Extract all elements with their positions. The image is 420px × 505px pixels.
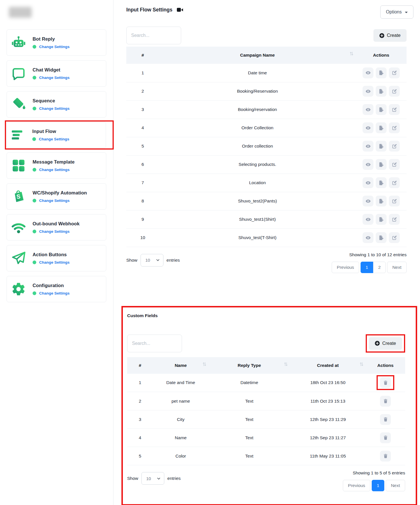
entries-label: entries <box>167 258 180 263</box>
row-number: 8 <box>126 192 159 210</box>
delete-button[interactable] <box>380 377 391 388</box>
status-dot <box>32 137 36 141</box>
view-button[interactable] <box>363 159 373 170</box>
row-actions <box>356 210 407 228</box>
export-button[interactable] <box>376 177 387 188</box>
col-header-created-at[interactable]: Created at <box>290 357 366 374</box>
create-label: Create <box>382 341 396 346</box>
view-button[interactable] <box>363 177 373 188</box>
page-size-select[interactable]: 10 <box>141 472 164 485</box>
edit-button[interactable] <box>389 159 400 170</box>
custom-fields-create-button[interactable]: Create <box>369 337 402 350</box>
view-button[interactable] <box>363 67 373 78</box>
change-settings-link[interactable]: Change Settings <box>39 229 70 234</box>
export-button[interactable] <box>376 104 387 115</box>
create-highlight-box: Create <box>366 334 405 353</box>
sort-icon[interactable] <box>350 51 353 57</box>
export-button[interactable] <box>376 141 387 152</box>
row-actions <box>356 119 407 137</box>
created-at-cell: 18th Oct 23 16:50 <box>290 374 366 392</box>
page-1-button[interactable]: 1 <box>361 262 373 273</box>
previous-page-button[interactable]: Previous <box>332 262 359 273</box>
view-button[interactable] <box>363 104 373 115</box>
sidebar-item-input-flow[interactable]: Input Flow Change Settings <box>6 122 106 148</box>
change-settings-link[interactable]: Change Settings <box>39 106 70 111</box>
export-button[interactable] <box>376 67 387 78</box>
edit-icon <box>392 180 397 186</box>
row-actions <box>366 392 405 410</box>
status-dot <box>33 261 36 264</box>
table-row: 9Shuvo_test1(Shirt) <box>126 210 407 228</box>
sidebar-item-message-template[interactable]: Message Template Change Settings <box>7 152 106 179</box>
edit-button[interactable] <box>389 67 400 78</box>
file-export-icon <box>379 162 384 167</box>
page-1-button[interactable]: 1 <box>372 480 384 491</box>
create-button[interactable]: Create <box>373 29 407 42</box>
options-button[interactable]: Options <box>380 5 413 19</box>
sidebar-item-configuration[interactable]: Configuration Change Settings <box>7 276 106 302</box>
search-input[interactable] <box>126 27 181 44</box>
delete-button[interactable] <box>380 396 391 407</box>
col-header-reply-type[interactable]: Reply Type <box>209 357 290 374</box>
next-page-button[interactable]: Next <box>386 480 405 491</box>
view-button[interactable] <box>363 141 373 152</box>
sidebar-item-bot-reply[interactable]: Bot Reply Change Settings <box>7 29 106 56</box>
eye-icon <box>365 125 371 131</box>
change-settings-link[interactable]: Change Settings <box>39 291 70 295</box>
change-settings-link[interactable]: Change Settings <box>39 45 70 49</box>
edit-button[interactable] <box>389 86 400 97</box>
edit-button[interactable] <box>389 177 400 188</box>
delete-button[interactable] <box>380 432 391 443</box>
col-header-num[interactable]: # <box>126 47 159 64</box>
custom-fields-search-input[interactable] <box>127 335 182 352</box>
view-button[interactable] <box>363 196 373 206</box>
sidebar-item-label: WC/Shopify Automation <box>33 190 87 196</box>
edit-button[interactable] <box>389 196 400 206</box>
view-button[interactable] <box>363 232 373 243</box>
delete-button[interactable] <box>380 414 391 425</box>
change-settings-link[interactable]: Change Settings <box>39 198 70 203</box>
sort-icon[interactable] <box>360 362 363 367</box>
edit-button[interactable] <box>389 214 400 225</box>
row-number: 10 <box>126 228 159 247</box>
video-camera-icon[interactable] <box>177 7 184 13</box>
page-size-select[interactable]: 10 <box>141 254 163 267</box>
view-button[interactable] <box>363 86 373 97</box>
export-button[interactable] <box>376 214 387 225</box>
view-button[interactable] <box>363 214 373 225</box>
page-title: Input Flow Settings <box>126 7 172 13</box>
change-settings-link[interactable]: Change Settings <box>39 260 70 265</box>
export-button[interactable] <box>376 86 387 97</box>
delete-button[interactable] <box>380 451 391 462</box>
edit-button[interactable] <box>389 232 400 243</box>
sidebar-item-wc-shopify[interactable]: S WC/Shopify Automation Change Settings <box>7 183 106 210</box>
change-settings-link[interactable]: Change Settings <box>39 137 69 141</box>
row-actions <box>366 410 405 429</box>
sort-icon[interactable] <box>284 362 288 367</box>
page-2-button[interactable]: 2 <box>373 262 386 273</box>
export-button[interactable] <box>376 122 387 133</box>
sidebar-item-outbound-webhook[interactable]: Out-bound Webhook Change Settings <box>7 214 106 240</box>
robot-icon <box>11 35 26 50</box>
previous-page-button[interactable]: Previous <box>343 480 370 491</box>
export-button[interactable] <box>376 159 387 170</box>
edit-icon <box>392 198 397 204</box>
sidebar-item-action-buttons[interactable]: Action Buttons Change Settings <box>7 245 106 271</box>
edit-button[interactable] <box>389 122 400 133</box>
export-button[interactable] <box>376 196 387 206</box>
export-button[interactable] <box>376 232 387 243</box>
edit-button[interactable] <box>389 141 400 152</box>
eye-icon <box>365 70 371 75</box>
sidebar-item-chat-widget[interactable]: Chat Widget Change Settings <box>7 60 106 87</box>
paper-plane-icon <box>11 250 26 266</box>
sort-icon[interactable] <box>203 362 206 367</box>
col-header-name[interactable]: Name <box>153 357 209 374</box>
change-settings-link[interactable]: Change Settings <box>39 75 70 80</box>
change-settings-link[interactable]: Change Settings <box>39 168 70 172</box>
sidebar-item-sequence[interactable]: Sequence Change Settings <box>7 91 106 118</box>
col-header-num[interactable]: # <box>127 357 153 374</box>
edit-button[interactable] <box>389 104 400 115</box>
next-page-button[interactable]: Next <box>387 262 407 273</box>
col-header-campaign-name[interactable]: Campaign Name <box>159 47 356 64</box>
view-button[interactable] <box>363 122 373 133</box>
